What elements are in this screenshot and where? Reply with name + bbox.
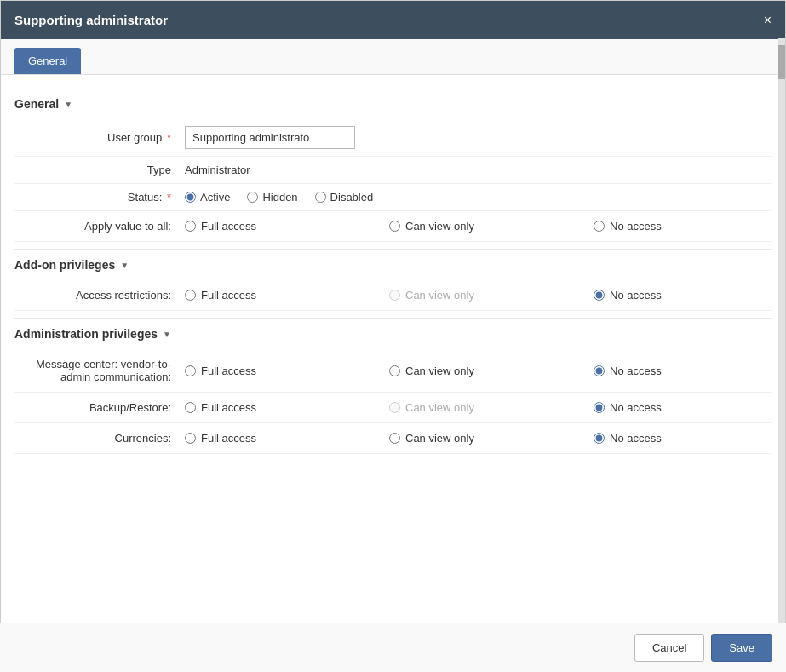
currencies-can-view-col: Can view only (389, 432, 594, 445)
backup-can-view-col: Can view only (389, 401, 594, 414)
apply-full-access-option[interactable]: Full access (185, 220, 256, 233)
apply-can-view-option[interactable]: Can view only (389, 220, 474, 233)
modal-title: Supporting administrator (14, 13, 168, 27)
modal-container: Supporting administrator × General Gener… (0, 0, 786, 672)
msg-can-view-radio[interactable] (389, 365, 400, 376)
apply-value-options: Full access Can view only No access (185, 220, 785, 233)
currencies-no-access-option[interactable]: No access (594, 432, 662, 445)
currencies-no-access-col: No access (594, 432, 785, 445)
addon-chevron-icon: ▼ (120, 261, 129, 270)
msg-full-access-col: Full access (185, 365, 389, 377)
currencies-full-access-option[interactable]: Full access (185, 432, 256, 445)
general-section-header: General ▼ (14, 89, 772, 119)
status-hidden-option[interactable]: Hidden (247, 191, 297, 204)
content-area: General ▼ User group * Type Administrato… (1, 75, 785, 519)
backup-full-access-radio[interactable] (185, 402, 196, 413)
status-label: Status: * (14, 191, 185, 204)
access-can-view-col: Can view only (389, 289, 594, 302)
status-hidden-radio[interactable] (247, 192, 258, 203)
type-row: Type Administrator (14, 157, 772, 184)
access-full-access-col: Full access (185, 289, 389, 302)
apply-no-access-radio[interactable] (594, 221, 605, 232)
status-required: * (167, 191, 171, 204)
apply-value-row: Apply value to all: Full access Can view… (14, 211, 772, 242)
apply-no-access-col: No access (594, 220, 785, 233)
status-radio-group: Active Hidden Disabled (185, 191, 772, 204)
footer: Cancel Save (0, 623, 786, 672)
message-center-options: Full access Can view only No access (185, 365, 785, 377)
user-group-required: * (167, 131, 171, 144)
msg-full-access-radio[interactable] (185, 365, 196, 376)
scrollbar-thumb[interactable] (778, 45, 785, 79)
currencies-no-access-radio[interactable] (594, 433, 605, 444)
scrollbar[interactable] (778, 38, 785, 672)
apply-no-access-option[interactable]: No access (594, 220, 662, 233)
tab-bar: General (1, 39, 785, 75)
backup-restore-row: Backup/Restore: Full access Can view onl… (14, 393, 772, 423)
backup-full-access-option[interactable]: Full access (185, 401, 256, 414)
currencies-options: Full access Can view only No access (185, 432, 785, 445)
currencies-can-view-option[interactable]: Can view only (389, 432, 474, 445)
admin-chevron-icon: ▼ (163, 330, 171, 339)
apply-full-access-col: Full access (185, 220, 389, 233)
status-active-option[interactable]: Active (185, 191, 230, 204)
type-value: Administrator (185, 164, 772, 176)
status-row: Status: * Active Hidden Disabled (14, 184, 772, 211)
apply-can-view-radio[interactable] (389, 221, 400, 232)
access-no-access-option[interactable]: No access (594, 289, 662, 302)
user-group-row: User group * (14, 119, 772, 157)
msg-full-access-option[interactable]: Full access (185, 365, 256, 377)
save-button[interactable]: Save (711, 634, 772, 662)
access-no-access-col: No access (594, 289, 785, 302)
status-options: Active Hidden Disabled (185, 191, 772, 204)
apply-full-access-radio[interactable] (185, 221, 196, 232)
backup-can-view-option: Can view only (389, 401, 474, 414)
access-can-view-radio (389, 290, 400, 301)
general-section-label: General (14, 97, 59, 111)
admin-section-label: Administration privileges (14, 327, 158, 341)
close-button[interactable]: × (764, 14, 772, 27)
type-label: Type (14, 164, 185, 176)
status-active-radio[interactable] (185, 192, 196, 203)
addon-section-header: Add-on privileges ▼ (14, 249, 772, 280)
message-center-row: Message center: vendor-to-admin communic… (14, 349, 772, 393)
access-can-view-option: Can view only (389, 289, 474, 302)
currencies-can-view-radio[interactable] (389, 433, 400, 444)
access-restrictions-options: Full access Can view only No access (185, 289, 785, 302)
user-group-input[interactable] (185, 126, 355, 149)
msg-no-access-col: No access (594, 365, 785, 377)
access-restrictions-label: Access restrictions: (14, 289, 185, 302)
backup-no-access-radio[interactable] (594, 402, 605, 413)
currencies-full-access-col: Full access (185, 432, 389, 445)
msg-can-view-option[interactable]: Can view only (389, 365, 474, 377)
access-no-access-radio[interactable] (594, 290, 605, 301)
access-restrictions-row: Access restrictions: Full access Can vie… (14, 280, 772, 311)
status-disabled-option[interactable]: Disabled (315, 191, 374, 204)
backup-full-access-col: Full access (185, 401, 389, 414)
msg-no-access-radio[interactable] (594, 365, 605, 376)
tab-general[interactable]: General (14, 48, 81, 74)
access-full-access-option[interactable]: Full access (185, 289, 256, 302)
backup-can-view-radio (389, 402, 400, 413)
apply-can-view-col: Can view only (389, 220, 594, 233)
backup-restore-options: Full access Can view only No access (185, 401, 785, 414)
status-disabled-radio[interactable] (315, 192, 326, 203)
cancel-button[interactable]: Cancel (634, 634, 704, 662)
currencies-label: Currencies: (14, 432, 185, 445)
modal-header: Supporting administrator × (1, 1, 785, 39)
apply-value-label: Apply value to all: (14, 220, 185, 233)
backup-restore-label: Backup/Restore: (14, 401, 185, 414)
message-center-label: Message center: vendor-to-admin communic… (14, 358, 185, 383)
access-full-access-radio[interactable] (185, 290, 196, 301)
currencies-row: Currencies: Full access Can view only (14, 423, 772, 454)
backup-no-access-option[interactable]: No access (594, 401, 662, 414)
addon-section-label: Add-on privileges (14, 258, 115, 272)
user-group-label: User group * (14, 131, 185, 144)
admin-section-header: Administration privileges ▼ (14, 318, 772, 349)
general-chevron-icon: ▼ (64, 100, 72, 109)
user-group-value (185, 126, 772, 149)
backup-no-access-col: No access (594, 401, 785, 414)
currencies-full-access-radio[interactable] (185, 433, 196, 444)
msg-can-view-col: Can view only (389, 365, 594, 377)
msg-no-access-option[interactable]: No access (594, 365, 662, 377)
